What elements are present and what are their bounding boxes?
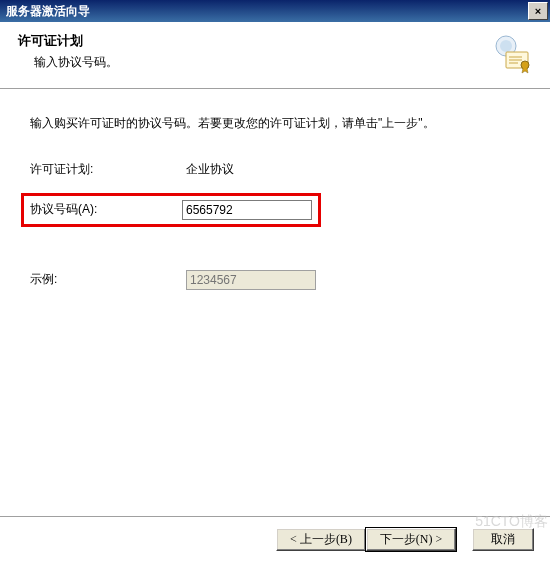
license-plan-label: 许可证计划:	[30, 161, 186, 178]
license-plan-row: 许可证计划: 企业协议	[30, 161, 520, 178]
titlebar: 服务器激活向导 ×	[0, 0, 550, 22]
close-button[interactable]: ×	[528, 2, 548, 20]
license-plan-value: 企业协议	[186, 161, 234, 178]
cancel-button[interactable]: 取消	[472, 528, 534, 551]
window-title: 服务器激活向导	[6, 3, 528, 20]
svg-point-1	[500, 40, 512, 52]
certificate-icon	[492, 34, 532, 77]
wizard-footer: < 上一步(B) 下一步(N) > 取消	[0, 516, 550, 561]
example-row: 示例:	[30, 270, 520, 290]
wizard-header: 许可证计划 输入协议号码。	[0, 22, 550, 89]
highlight-box: 协议号码(A):	[21, 193, 321, 227]
instruction-text: 输入购买许可证时的协议号码。若要更改您的许可证计划，请单击"上一步"。	[30, 113, 520, 135]
example-label: 示例:	[30, 271, 186, 288]
close-icon: ×	[535, 6, 541, 17]
agreement-number-row: 协议号码(A):	[30, 200, 520, 220]
example-input	[186, 270, 316, 290]
next-button[interactable]: 下一步(N) >	[366, 528, 456, 551]
back-button[interactable]: < 上一步(B)	[276, 528, 366, 551]
svg-point-6	[521, 61, 529, 69]
page-subtitle: 输入协议号码。	[34, 54, 534, 71]
wizard-content: 输入购买许可证时的协议号码。若要更改您的许可证计划，请单击"上一步"。 许可证计…	[0, 89, 550, 290]
agreement-number-input[interactable]	[182, 200, 312, 220]
agreement-number-label: 协议号码(A):	[30, 201, 182, 218]
page-title: 许可证计划	[18, 32, 534, 50]
wizard-window: 服务器激活向导 × 许可证计划 输入协议号码。 输入购买许可证时的协议号码。若要…	[0, 0, 550, 561]
